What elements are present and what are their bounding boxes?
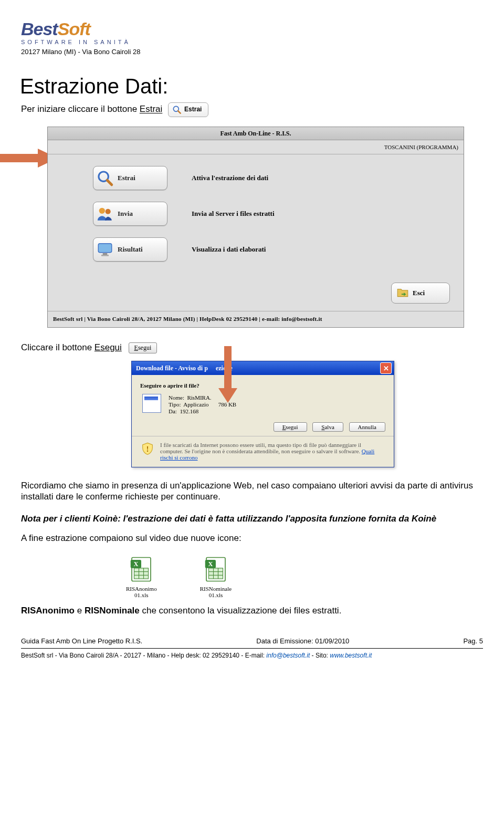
intro-pre: Per iniziare cliccare il bottone <box>21 105 140 114</box>
search-icon <box>96 169 114 187</box>
logo-text-b: Soft <box>58 20 90 38</box>
dialog-question: Eseguire o aprire il file? <box>140 382 385 389</box>
invia-label: Invia <box>118 210 133 218</box>
footer-left: Guida Fast Amb On Line Progetto R.I.S. <box>21 637 142 645</box>
dialog-titlebar: Download file - Avviso di protezione ✕ <box>132 361 394 375</box>
closing-line: RISAnonimo e RISNominale che consentono … <box>21 606 483 616</box>
folder-exit-icon <box>395 286 410 300</box>
footer-email: info@bestsoft.it <box>266 652 310 659</box>
page-title: Estrazione Dati: <box>20 75 483 98</box>
salva-button[interactable]: Salva <box>312 422 343 432</box>
svg-rect-8 <box>103 253 108 255</box>
footer-right: Pag. 5 <box>463 637 483 645</box>
note-koine: Nota per i clienti Koinè: l'estrazione d… <box>21 513 483 524</box>
risultati-desc: Visualizza i dati elaborati <box>192 245 266 254</box>
intro-line: Per iniziare cliccare il bottone Estrai … <box>21 102 483 117</box>
estrai-label: Estrai <box>118 174 135 182</box>
xls-icon-nominale[interactable]: X RISNominale 01.xls <box>200 555 232 598</box>
footer-center: Data di Emissione: 01/09/2010 <box>256 637 349 645</box>
company-address: 20127 Milano (MI) - Via Bono Cairoli 28 <box>21 48 483 56</box>
footer-line2: BestSoft srl - Via Bono Cairoli 28/A - 2… <box>21 652 483 659</box>
excel-file-icon: X <box>202 555 230 583</box>
monitor-icon <box>96 240 114 259</box>
xls-label-b2: 01.xls <box>200 592 232 598</box>
svg-rect-9 <box>101 255 109 256</box>
closing-a: RISAnonimo <box>21 606 75 616</box>
file-icon <box>142 394 161 413</box>
xls-icons-row: X RISAnonimo 01.xls X RISNominale 01.xls <box>126 555 483 598</box>
svg-rect-13 <box>134 568 149 579</box>
closing-b: RISNominale <box>85 606 140 616</box>
intro-link: Estrai <box>140 105 162 114</box>
app-titlebar: Fast Amb On-Line - R.I.S. <box>48 127 464 140</box>
svg-point-5 <box>99 208 105 214</box>
search-icon <box>172 105 182 115</box>
logo-block: BestSoft SOFTWARE IN SANITÀ 20127 Milano… <box>21 20 483 56</box>
dialog-title-a: Download file - Avviso di p <box>136 364 208 372</box>
svg-text:X: X <box>208 561 213 568</box>
esegui-link: Esegui <box>94 342 122 352</box>
svg-rect-7 <box>98 244 112 253</box>
app-user-label: TOSCANINI (PROGRAMMA) <box>48 140 464 154</box>
logo-text-a: Best <box>21 20 58 38</box>
esegui-button[interactable]: Esegui <box>274 422 307 432</box>
dialog-warning: ! I file scaricati da Internet possono e… <box>140 442 385 461</box>
arrow-down-indicator <box>218 346 237 404</box>
svg-marker-10 <box>218 346 237 403</box>
app-footer: BestSoft srl | Via Bono Cairoli 28/A, 20… <box>48 311 464 327</box>
svg-rect-21 <box>208 568 223 579</box>
invia-desc: Invia al Server i files estratti <box>192 210 275 218</box>
app-window: Fast Amb On-Line - R.I.S. TOSCANINI (PRO… <box>47 127 464 328</box>
page-footer: Guida Fast Amb On Line Progetto R.I.S. D… <box>21 637 483 659</box>
xls-label-a2: 01.xls <box>126 592 157 598</box>
second-line: Cliccare il bottone Esegui Esegui <box>21 342 483 353</box>
logo-tagline: SOFTWARE IN SANITÀ <box>21 39 483 46</box>
second-pre: Cliccare il bottone <box>21 342 94 352</box>
estrai-button[interactable]: Estrai <box>93 166 167 190</box>
esegui-inline-button[interactable]: Esegui <box>129 342 158 353</box>
svg-text:!: ! <box>146 444 149 453</box>
close-icon[interactable]: ✕ <box>380 362 392 374</box>
invia-button[interactable]: Invia <box>93 202 167 226</box>
people-icon <box>96 204 114 223</box>
svg-point-6 <box>106 209 111 214</box>
risultati-label: Risultati <box>118 245 143 254</box>
shield-warning-icon: ! <box>140 442 155 456</box>
svg-text:X: X <box>134 561 139 568</box>
risultati-button[interactable]: Risultati <box>93 237 167 262</box>
estrai-desc: Attiva l'estrazione dei dati <box>192 174 268 182</box>
excel-file-icon: X <box>127 555 155 583</box>
footer-site: www.bestsoft.it <box>330 652 372 659</box>
esci-button[interactable]: Esci <box>391 283 450 304</box>
xls-label-b1: RISNominale <box>200 586 232 592</box>
svg-line-4 <box>107 180 112 185</box>
download-dialog: Download file - Avviso di protezione ✕ E… <box>131 361 394 467</box>
estrai-inline-button[interactable]: Estrai <box>168 102 208 117</box>
annulla-button[interactable]: Annulla <box>349 422 385 432</box>
svg-line-1 <box>178 111 181 113</box>
esci-label: Esci <box>413 289 425 297</box>
paragraph-2: A fine estrazione compaiono sul video du… <box>21 533 483 544</box>
paragraph-1: Ricordiamo che siamo in presenza di un'a… <box>21 480 483 503</box>
xls-label-a1: RISAnonimo <box>126 586 157 592</box>
xls-icon-anonimo[interactable]: X RISAnonimo 01.xls <box>126 555 157 598</box>
estrai-inline-label: Estrai <box>184 106 202 113</box>
